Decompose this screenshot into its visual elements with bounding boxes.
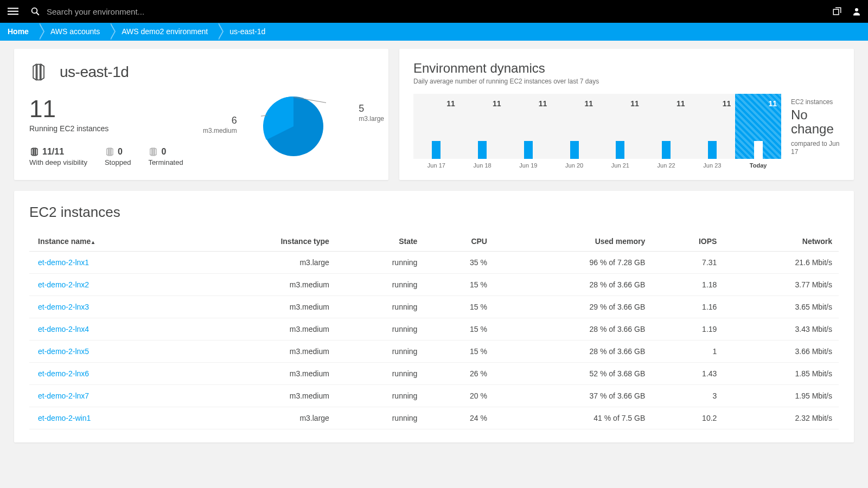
stat-label: Stopped — [105, 158, 131, 166]
ec2-instances-table: Instance name▴Instance typeStateCPUUsed … — [29, 232, 839, 429]
cell-network: 1.95 Mbit/s — [723, 385, 839, 407]
bar-value: 11 — [723, 99, 731, 108]
running-label: Running EC2 instances — [29, 124, 214, 133]
env-dynamics-title: Environment dynamics — [413, 61, 840, 76]
svg-point-6 — [855, 8, 858, 11]
cell-iops: 7.31 — [652, 252, 723, 274]
bar-column: 11Jun 19 — [506, 94, 552, 169]
instance-name-link[interactable]: et-demo-2-lnx1 — [38, 258, 89, 267]
svg-rect-5 — [833, 9, 839, 15]
stat-value: 11/11 — [42, 147, 64, 157]
cell-iops: 10.2 — [652, 407, 723, 429]
env-dynamics-subtitle: Daily average number of running EC2 inst… — [413, 78, 840, 85]
cell-memory: 52 % of 3.68 GB — [494, 363, 652, 385]
cell-state: running — [336, 363, 424, 385]
table-row: et-demo-2-lnx6m3.mediumrunning26 %52 % o… — [29, 363, 839, 385]
instance-name-link[interactable]: et-demo-2-lnx4 — [38, 325, 89, 333]
topbar — [0, 0, 868, 23]
table-header[interactable]: Instance type — [194, 232, 336, 252]
bar-column: 11Jun 21 — [597, 94, 643, 169]
breadcrumb-home[interactable]: Home — [2, 23, 39, 41]
instance-name-link[interactable]: et-demo-2-win1 — [38, 414, 91, 422]
cell-memory: 41 % of 7.5 GB — [494, 407, 652, 429]
table-header[interactable]: Network — [723, 232, 839, 252]
bar-column: 11Jun 18 — [459, 94, 506, 169]
cell-memory: 28 % of 3.66 GB — [494, 274, 652, 296]
cell-iops: 1.43 — [652, 363, 723, 385]
cell-type: m3.medium — [194, 274, 336, 296]
svg-rect-0 — [8, 8, 18, 9]
sort-asc-icon: ▴ — [92, 239, 94, 245]
running-count: 11 — [29, 97, 214, 121]
bar-date: Jun 23 — [703, 162, 721, 169]
cell-state: running — [336, 296, 424, 318]
cell-state: running — [336, 407, 424, 429]
bar-date: Jun 22 — [658, 162, 675, 169]
cell-cpu: 15 % — [424, 318, 494, 341]
ec2-instances-card: EC2 instances Instance name▴Instance typ… — [14, 191, 854, 442]
table-row: et-demo-2-win1m3.largerunning24 %41 % of… — [29, 407, 839, 429]
bar-value: 11 — [584, 99, 593, 108]
bar-date: Jun 17 — [427, 162, 445, 169]
instance-name-link[interactable]: et-demo-2-lnx2 — [38, 280, 89, 289]
table-header[interactable]: Instance name▴ — [29, 232, 194, 252]
instance-name-link[interactable]: et-demo-2-lnx5 — [38, 347, 89, 356]
bar-date: Jun 20 — [565, 162, 583, 169]
cell-network: 3.77 Mbit/s — [723, 274, 839, 296]
bar-value: 11 — [446, 99, 455, 108]
table-row: et-demo-2-lnx3m3.mediumrunning15 %29 % o… — [29, 296, 839, 318]
new-window-icon[interactable] — [832, 7, 842, 16]
stat-label: Terminated — [148, 158, 183, 166]
datacenter-icon — [29, 62, 49, 82]
breadcrumb-aws-demo2-environment[interactable]: AWS demo2 environment — [110, 23, 218, 41]
ec2-table-title: EC2 instances — [29, 204, 839, 221]
table-row: et-demo-2-lnx5m3.mediumrunning15 %28 % o… — [29, 341, 839, 363]
bar-date: Jun 18 — [474, 162, 492, 169]
cell-cpu: 24 % — [424, 407, 494, 429]
search-input[interactable] — [47, 7, 832, 16]
cell-type: m3.medium — [194, 385, 336, 407]
environment-dynamics-card: Environment dynamics Daily average numbe… — [399, 49, 854, 180]
cell-memory: 96 % of 7.28 GB — [494, 252, 652, 274]
region-title: us-east-1d — [60, 63, 129, 81]
cell-state: running — [336, 385, 424, 407]
bar-column: 11Jun 20 — [551, 94, 597, 169]
search-icon[interactable] — [30, 7, 40, 16]
hamburger-menu-icon[interactable] — [7, 5, 20, 18]
breadcrumb-current: us-east-1d — [218, 23, 275, 41]
bar-column: 11Today — [735, 94, 781, 169]
table-header[interactable]: Used memory — [494, 232, 652, 252]
user-icon[interactable] — [852, 7, 861, 16]
cell-type: m3.medium — [194, 341, 336, 363]
env-dynamics-summary: EC2 instances No change compared to Jun … — [791, 94, 840, 169]
instance-name-link[interactable]: et-demo-2-lnx7 — [38, 391, 89, 400]
cell-state: running — [336, 341, 424, 363]
instance-name-link[interactable]: et-demo-2-lnx3 — [38, 303, 89, 311]
cell-network: 2.32 Mbit/s — [723, 407, 839, 429]
bar-column: 11Jun 22 — [643, 94, 690, 169]
bar-date: Jun 19 — [519, 162, 537, 169]
cell-type: m3.large — [194, 252, 336, 274]
table-row: et-demo-2-lnx7m3.mediumrunning20 %37 % o… — [29, 385, 839, 407]
cell-state: running — [336, 252, 424, 274]
table-header[interactable]: IOPS — [652, 232, 723, 252]
bar-value: 11 — [630, 99, 639, 108]
instance-name-link[interactable]: et-demo-2-lnx6 — [38, 369, 89, 378]
table-row: et-demo-2-lnx4m3.mediumrunning15 %28 % o… — [29, 318, 839, 341]
table-header[interactable]: CPU — [424, 232, 494, 252]
cell-type: m3.medium — [194, 318, 336, 341]
svg-rect-1 — [8, 11, 18, 12]
stat-value: 0 — [161, 147, 166, 157]
table-row: et-demo-2-lnx2m3.mediumrunning15 %28 % o… — [29, 274, 839, 296]
cell-cpu: 15 % — [424, 341, 494, 363]
cell-network: 21.6 Mbit/s — [723, 252, 839, 274]
table-header[interactable]: State — [336, 232, 424, 252]
bar-column: 11Jun 23 — [690, 94, 736, 169]
cell-iops: 1.16 — [652, 296, 723, 318]
datacenter-mini-icon — [148, 147, 158, 157]
cell-cpu: 20 % — [424, 385, 494, 407]
bar-value: 11 — [493, 99, 501, 108]
breadcrumb-aws-accounts[interactable]: AWS accounts — [39, 23, 110, 41]
instance-type-pie-chart: 6m3.medium 5m3.large — [214, 86, 373, 166]
datacenter-mini-icon — [105, 147, 114, 157]
